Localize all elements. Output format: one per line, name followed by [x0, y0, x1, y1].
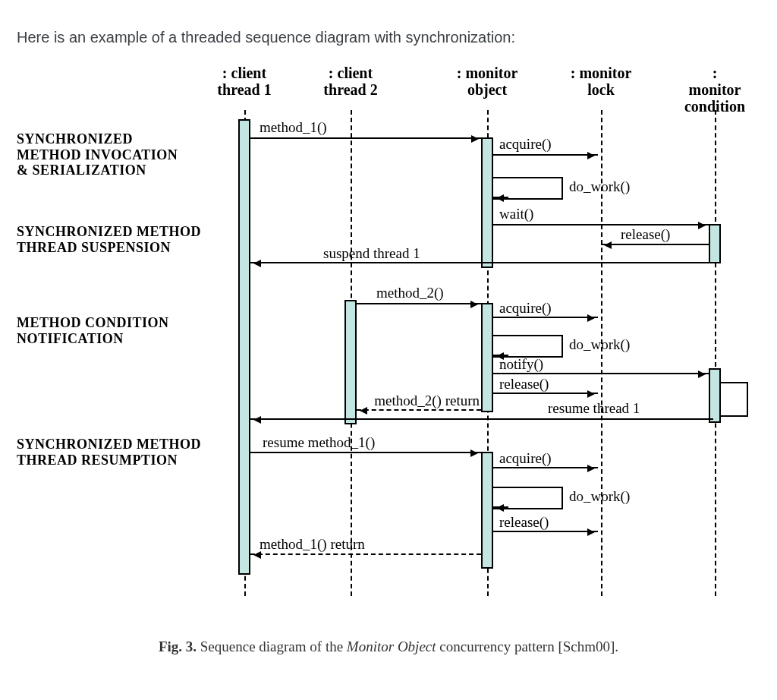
activation-obj-1 — [481, 137, 493, 268]
label-resume-method1: resume method_1() — [263, 434, 375, 451]
activation-cond-1 — [709, 224, 721, 263]
label-notify: notify() — [499, 356, 543, 373]
label-wait: wait() — [499, 206, 533, 222]
label-suspend: suspend thread 1 — [323, 245, 420, 262]
arrow-suspend — [250, 262, 709, 263]
label-method2-return: method_2() return — [363, 393, 480, 409]
activation-cond-2 — [709, 368, 721, 423]
self-dowork3-ret — [493, 506, 508, 508]
arrow-release2 — [493, 393, 598, 394]
sequence-diagram: : clientthread 1 : clientthread 2 : moni… — [17, 65, 760, 611]
arrow-release1 — [601, 244, 709, 245]
label-method1: method_1() — [260, 119, 327, 136]
phase-invocation: SYNCHRONIZEDMETHOD INVOCATION& SERIALIZA… — [17, 131, 229, 178]
arrow-wait — [493, 224, 709, 225]
lane-thread2: : clientthread 2 — [323, 65, 377, 98]
lifeline-monitor-condition — [715, 110, 716, 596]
self-resume-thread1 — [721, 382, 748, 417]
label-release2: release() — [499, 376, 549, 393]
self-dowork1-ret — [493, 197, 508, 198]
arrow-method2 — [357, 303, 481, 304]
lane-monitor-lock: : monitorlock — [571, 65, 632, 98]
phase-notification: METHOD CONDITIONNOTIFICATION — [17, 315, 229, 346]
arrow-release3 — [493, 531, 598, 532]
label-resume-thread1: resume thread 1 — [548, 400, 640, 417]
arrow-notify — [493, 373, 709, 374]
arrow-method1 — [250, 137, 482, 139]
phase-suspension: SYNCHRONIZED METHODTHREAD SUSPENSION — [17, 224, 229, 255]
lane-monitor-object: : monitorobject — [457, 65, 518, 98]
activation-obj-3 — [481, 452, 493, 569]
label-dowork2: do_work() — [569, 336, 630, 353]
label-release1: release() — [621, 226, 670, 243]
arrow-method1-return — [250, 553, 481, 555]
label-dowork3: do_work() — [569, 488, 630, 505]
label-acquire1: acquire() — [499, 136, 552, 153]
arrow-method2-return — [357, 409, 481, 411]
label-acquire2: acquire() — [499, 300, 552, 317]
phase-resumption: SYNCHRONIZED METHODTHREAD RESUMPTION — [17, 437, 229, 468]
activation-obj-2 — [481, 303, 493, 412]
figure-caption: Fig. 3. Sequence diagram of the Monitor … — [17, 639, 760, 655]
label-acquire3: acquire() — [499, 450, 552, 467]
label-dowork1: do_work() — [569, 178, 630, 195]
activation-thread2 — [344, 300, 357, 424]
activation-thread1 — [238, 119, 250, 575]
arrow-resume-method1 — [250, 452, 481, 453]
lane-monitor-condition: : monitorcondition — [684, 65, 745, 115]
arrow-acquire1 — [493, 154, 598, 156]
label-release3: release() — [499, 514, 549, 531]
label-method1-return: method_1() return — [260, 536, 365, 553]
arrow-resume-thread1 — [250, 418, 713, 420]
arrow-acquire3 — [493, 467, 598, 468]
label-method2: method_2() — [376, 285, 444, 301]
arrow-acquire2 — [493, 317, 598, 318]
intro-text: Here is an example of a threaded sequenc… — [17, 29, 760, 46]
lane-thread1: : clientthread 1 — [217, 65, 271, 98]
